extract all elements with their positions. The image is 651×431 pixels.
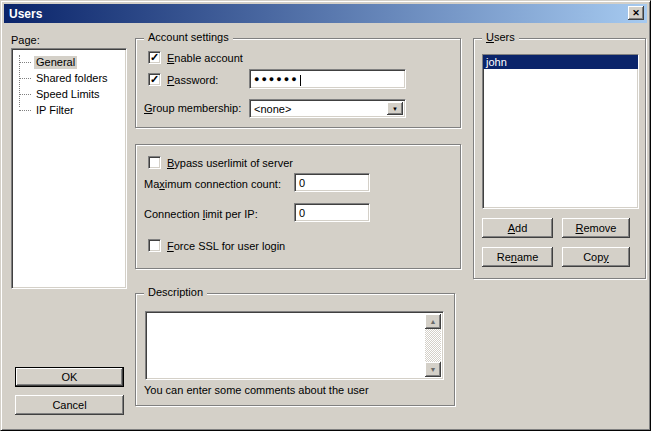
connection-limit-ip-input[interactable]: 0 [294, 203, 370, 222]
remove-button[interactable]: Remove [562, 218, 630, 238]
password-label: Password: [167, 74, 218, 86]
users-list[interactable]: john [482, 54, 639, 209]
scroll-down-icon[interactable]: ▼ [425, 362, 441, 377]
page-label: Page: [11, 34, 40, 46]
rename-button[interactable]: Rename [482, 247, 553, 267]
users-dialog: Users ✕ Page: General Shared folders Spe… [0, 0, 651, 431]
group-membership-label: Group membership: [144, 102, 241, 114]
force-ssl-label: Force SSL for user login [167, 240, 285, 252]
max-connection-label: Maximum connection count: [144, 178, 281, 190]
titlebar[interactable]: Users ✕ [4, 4, 647, 23]
checkbox-unchecked-icon[interactable] [148, 239, 161, 252]
tree-item-label[interactable]: IP Filter [34, 104, 76, 117]
enable-account-label: Enable account [167, 52, 243, 64]
tree-line [19, 78, 31, 79]
cancel-button[interactable]: Cancel [15, 395, 124, 415]
account-settings-group: Account settings ✓ Enable account ✓ Pass… [135, 38, 461, 128]
copy-button[interactable]: Copy [562, 247, 630, 267]
checkbox-unchecked-icon[interactable] [148, 156, 161, 169]
checkbox-checked-icon[interactable]: ✓ [148, 73, 161, 86]
users-group: Users john Add Remove Rename Copy [473, 38, 646, 279]
scroll-up-icon[interactable]: ▲ [425, 314, 441, 329]
add-button[interactable]: Add [482, 218, 553, 238]
max-connection-input[interactable]: 0 [294, 173, 370, 192]
ok-button[interactable]: OK [15, 367, 124, 387]
tree-item-speed-limits[interactable]: Speed Limits [12, 86, 126, 102]
tree-line [19, 62, 31, 63]
description-hint: You can enter some comments about the us… [144, 384, 369, 396]
users-group-title: Users [482, 31, 519, 44]
page-tree[interactable]: General Shared folders Speed Limits IP F… [11, 48, 127, 289]
tree-item-shared-folders[interactable]: Shared folders [12, 70, 126, 86]
limits-group: Bypass userlimit of server Maximum conne… [135, 144, 461, 269]
text-caret [300, 75, 301, 86]
list-item-john[interactable]: john [483, 55, 638, 69]
bypass-userlimit-checkbox[interactable]: Bypass userlimit of server [148, 156, 293, 169]
tree-item-general[interactable]: General [12, 54, 126, 70]
bypass-userlimit-label: Bypass userlimit of server [167, 157, 293, 169]
tree-line [19, 110, 31, 111]
tree-item-label[interactable]: General [34, 56, 77, 69]
tree-line [19, 94, 31, 95]
connection-limit-ip-label: Connection limit per IP: [144, 208, 258, 220]
force-ssl-checkbox[interactable]: Force SSL for user login [148, 239, 285, 252]
window-title: Users [9, 7, 42, 21]
chevron-down-icon[interactable]: ▼ [387, 102, 403, 115]
description-textarea[interactable]: ▲ ▼ [145, 311, 444, 380]
vertical-scrollbar[interactable]: ▲ ▼ [425, 314, 441, 377]
enable-account-checkbox[interactable]: ✓ Enable account [148, 51, 243, 64]
checkbox-checked-icon[interactable]: ✓ [148, 51, 161, 64]
description-title: Description [144, 286, 207, 299]
tree-item-label[interactable]: Speed Limits [34, 88, 102, 101]
account-settings-title: Account settings [144, 31, 233, 44]
close-icon[interactable]: ✕ [628, 6, 644, 20]
password-checkbox[interactable]: ✓ Password: [148, 73, 218, 86]
tree-item-label[interactable]: Shared folders [34, 72, 110, 85]
password-input[interactable]: ●●●●●● [249, 69, 406, 89]
tree-item-ip-filter[interactable]: IP Filter [12, 102, 126, 118]
description-group: Description ▲ ▼ You can enter some comme… [135, 293, 455, 406]
group-membership-select[interactable]: <none> ▼ [249, 99, 406, 118]
